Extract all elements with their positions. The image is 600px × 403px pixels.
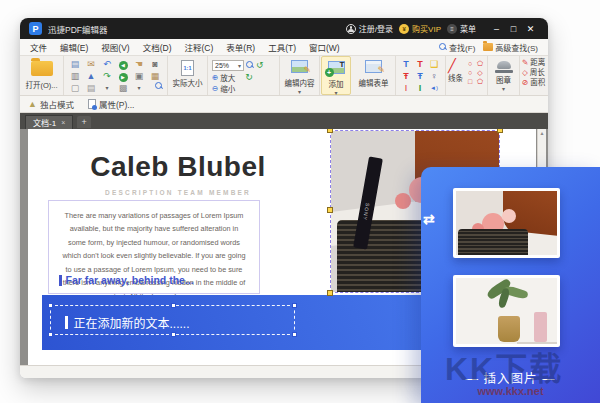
resize-handle[interactable] — [48, 303, 53, 308]
zoom-out-button[interactable]: ⊖ 缩小 — [212, 83, 275, 94]
rotate-left-icon[interactable]: ↺ — [256, 59, 264, 71]
exclusive-mode-button[interactable]: ▲ 独占模式 — [28, 98, 74, 110]
vip-icon: ¥ — [399, 24, 409, 34]
menu-file[interactable]: 文件 — [30, 41, 47, 53]
login-button[interactable]: 注册/登录 — [346, 23, 393, 34]
dropdown-icon[interactable]: ▾ — [99, 82, 115, 94]
prev-view-icon[interactable]: ◀ — [115, 58, 131, 70]
doc-text-box[interactable]: There are many variations of passages of… — [48, 200, 260, 294]
strikeout-icon[interactable]: Ŧ — [413, 70, 427, 82]
resize-handle[interactable] — [48, 332, 53, 337]
next-view-icon[interactable]: ▶ — [115, 70, 131, 82]
new-tab-button[interactable]: + — [77, 116, 91, 128]
watermark-url: www.kkx.net — [421, 385, 600, 397]
stamp-icon — [497, 61, 511, 69]
buy-vip-button[interactable]: ¥ 购买VIP — [399, 23, 441, 34]
resize-handle[interactable] — [292, 332, 297, 337]
resize-handle[interactable] — [171, 303, 176, 308]
search-icon — [439, 43, 447, 51]
sound-icon[interactable]: ◄) — [427, 82, 441, 94]
menu-tools[interactable]: 工具(T) — [268, 41, 296, 53]
resize-handle[interactable] — [497, 129, 503, 133]
open-folder-icon — [31, 61, 53, 76]
menu-window[interactable]: 窗口(W) — [309, 41, 340, 53]
menu-bar: 文件 编辑(E) 视图(V) 文档(D) 注释(C) 表单(R) 工具(T) 窗… — [20, 39, 548, 56]
doc-quote[interactable]: Far far away, behind the... — [59, 274, 194, 286]
save-icon[interactable]: ▤ — [67, 58, 83, 70]
resize-handle[interactable] — [327, 129, 333, 133]
magnifier-icon[interactable] — [246, 61, 254, 69]
resize-handle[interactable] — [171, 332, 176, 337]
copy-icon[interactable]: ▤ — [83, 82, 99, 94]
flower-shape — [502, 209, 516, 223]
advanced-find-button[interactable]: 高级查找(S) — [483, 42, 538, 53]
stamp-tool-icon[interactable]: ▲ — [83, 70, 99, 82]
typewriter-icon[interactable]: Ŧ — [399, 70, 413, 82]
lines-button[interactable]: ╱ 线条 ○ ⬠ ○ ◇ □ ⬠ — [446, 56, 488, 95]
image-select-icon[interactable]: ▩ — [115, 82, 131, 94]
rotate-right-icon[interactable]: ↻ — [245, 71, 253, 83]
close-button[interactable]: ✕ — [522, 24, 539, 34]
resize-handle[interactable] — [327, 290, 333, 296]
zoom-in-icon: ⊕ — [212, 73, 218, 82]
hand-tool-icon[interactable]: ☚ — [131, 58, 147, 70]
edit-content-button[interactable]: ✎ 编辑内容 ▾ — [280, 56, 320, 95]
flower-shape — [395, 193, 411, 209]
chevron-down-icon: ▾ — [238, 62, 241, 69]
candle-shape — [534, 312, 547, 342]
highlight-text-icon[interactable]: T — [413, 58, 427, 70]
edit-form-button[interactable]: ✎ 编辑表单 — [352, 56, 396, 95]
crown-icon: ▲ — [28, 99, 37, 109]
find-button[interactable]: 查找(F) — [439, 42, 475, 53]
area-button[interactable]: ⊘ 面积 — [522, 78, 546, 88]
edit-content-icon: ✎ — [291, 60, 308, 73]
undo-icon[interactable]: ↶ — [99, 58, 115, 70]
snapshot-icon[interactable]: ◙ — [147, 58, 163, 70]
tab-close-icon[interactable]: × — [61, 119, 65, 126]
select-tool-icon[interactable]: ▣ — [131, 70, 147, 82]
maximize-button[interactable]: □ — [505, 24, 522, 34]
promo-photo-card-2 — [453, 275, 560, 347]
new-doc-icon[interactable]: ▢ — [67, 82, 83, 94]
open-button[interactable]: 打开(O)... — [20, 56, 64, 95]
distance-button[interactable]: ✎ 距离 — [522, 58, 546, 68]
app-logo-icon: P — [29, 22, 42, 35]
resize-handle[interactable] — [327, 207, 333, 213]
ratio-icon: 1:1 — [181, 60, 194, 76]
mail-icon[interactable]: ✉ — [83, 58, 99, 70]
dropdown-icon[interactable]: ▾ — [131, 82, 147, 94]
zoom-group: 25% ▾ ↺ ⊕ 放大 ↻ ⊖ 缩小 — [208, 56, 280, 95]
chevron-down-icon: ▾ — [488, 85, 519, 92]
pin-icon[interactable]: ♀ — [427, 70, 441, 82]
doc-title: Caleb Blubel — [28, 151, 328, 183]
edit-form-icon: ✎ — [365, 60, 382, 73]
area-icon: ⊘ — [522, 78, 528, 88]
document-tab[interactable]: 文档-1 × — [25, 115, 73, 129]
resize-handle[interactable] — [292, 303, 297, 308]
menu-edit[interactable]: 编辑(E) — [60, 41, 88, 53]
scroll-up-icon[interactable]: ▲ — [540, 130, 545, 136]
minimize-button[interactable]: – — [488, 24, 505, 34]
redo-icon[interactable]: ↷ — [99, 70, 115, 82]
menu-form[interactable]: 表单(R) — [226, 41, 255, 53]
select-text-icon[interactable]: I — [399, 82, 413, 94]
text-tools-group: T T ❑ Ŧ Ŧ ♀ I I ◄) — [396, 56, 446, 95]
add-button[interactable]: T + 添加 ▾ — [321, 56, 351, 95]
stamp-button[interactable]: 图章 ▾ — [488, 56, 520, 95]
zoom-in-button[interactable]: ⊕ 放大 ↻ — [212, 71, 275, 83]
text-selection-box[interactable]: 正在添加新的文本...... — [50, 305, 295, 335]
note-icon[interactable]: ❑ — [427, 58, 441, 70]
zoom-level-select[interactable]: 25% ▾ — [212, 60, 244, 71]
paste-icon[interactable]: ▦ — [147, 70, 163, 82]
underline-icon[interactable]: I — [413, 82, 427, 94]
actual-size-button[interactable]: 1:1 实际大小 — [168, 56, 208, 95]
menu-button[interactable]: ≡ 菜单 — [447, 23, 476, 34]
properties-button[interactable]: 属性(P)... — [88, 98, 134, 110]
print-icon[interactable]: ▥ — [67, 70, 83, 82]
perimeter-button[interactable]: ◇ 周长 — [522, 68, 546, 78]
menu-view[interactable]: 视图(V) — [101, 41, 129, 53]
text-box-icon[interactable]: T — [399, 58, 413, 70]
app-title: 迅捷PDF编辑器 — [48, 23, 108, 35]
menu-document[interactable]: 文档(D) — [143, 41, 172, 53]
menu-comment[interactable]: 注释(C) — [185, 41, 214, 53]
